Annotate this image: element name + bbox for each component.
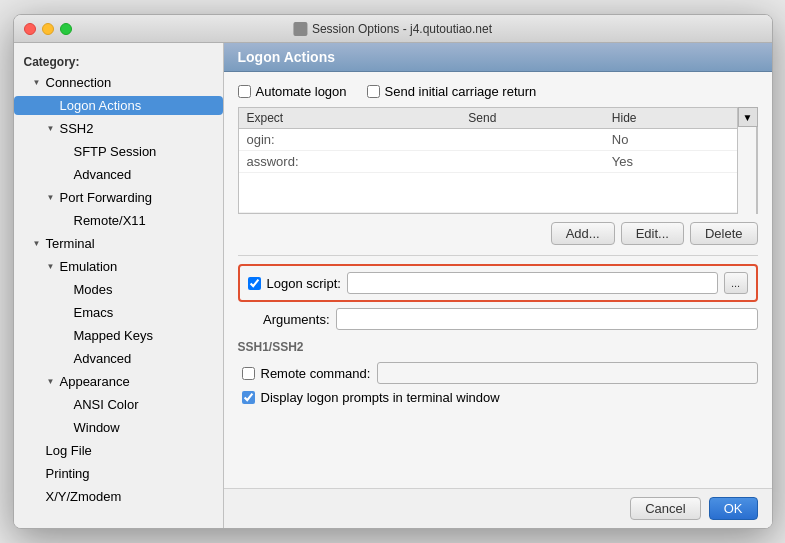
send-carriage-return-label[interactable]: Send initial carriage return [367, 84, 537, 99]
logon-script-label: Logon script: [267, 276, 341, 291]
remote-command-label: Remote command: [261, 366, 371, 381]
arguments-label: Arguments: [258, 312, 330, 327]
toggle-ssh2 [44, 122, 58, 136]
col-expect: Expect [239, 108, 461, 129]
cell-hide-1: No [604, 129, 737, 151]
window-title: Session Options - j4.qutoutiao.net [293, 22, 492, 36]
app-icon [293, 22, 307, 36]
main-panel: Logon Actions Automate logon Send initia… [224, 43, 772, 528]
main-window: Session Options - j4.qutoutiao.net Categ… [13, 14, 773, 529]
remote-command-input[interactable] [377, 362, 758, 384]
logon-script-row: Logon script: ... [238, 264, 758, 302]
table-row-empty [239, 173, 737, 213]
logon-table: Expect Send Hide ogin: No [239, 108, 737, 213]
logon-table-wrapper: Expect Send Hide ogin: No [238, 107, 738, 214]
panel-body: Automate logon Send initial carriage ret… [224, 72, 772, 488]
table-buttons: Add... Edit... Delete [238, 222, 758, 245]
content-area: Category: Connection Logon Actions SSH2 [14, 43, 772, 528]
divider-1 [238, 255, 758, 256]
ssh-section-header: SSH1/SSH2 [238, 340, 758, 354]
sidebar-item-logon-actions[interactable]: Logon Actions [14, 94, 223, 117]
toggle-terminal [30, 237, 44, 251]
footer: Cancel OK [224, 488, 772, 528]
minimize-button[interactable] [42, 23, 54, 35]
sidebar-item-emacs[interactable]: Emacs [14, 301, 223, 324]
cell-expect-2: assword: [239, 151, 461, 173]
ssh-section: SSH1/SSH2 Remote command: Display logon … [238, 340, 758, 405]
sidebar-item-xyzmodem[interactable]: X/Y/Zmodem [14, 485, 223, 508]
browse-button[interactable]: ... [724, 272, 748, 294]
close-button[interactable] [24, 23, 36, 35]
automate-logon-label[interactable]: Automate logon [238, 84, 347, 99]
col-send: Send [460, 108, 604, 129]
sidebar-item-modes[interactable]: Modes [14, 278, 223, 301]
ok-button[interactable]: OK [709, 497, 758, 520]
title-bar: Session Options - j4.qutoutiao.net [14, 15, 772, 43]
arguments-row: Arguments: [238, 308, 758, 330]
category-label: Category: [14, 51, 223, 71]
logon-table-container: Expect Send Hide ogin: No [238, 107, 758, 214]
cell-send-2 [460, 151, 604, 173]
sidebar-item-connection[interactable]: Connection [14, 71, 223, 94]
display-logon-prompts-checkbox[interactable] [242, 391, 255, 404]
sidebar-item-printing[interactable]: Printing [14, 462, 223, 485]
arguments-input[interactable] [336, 308, 758, 330]
sidebar-item-window[interactable]: Window [14, 416, 223, 439]
logon-script-input[interactable] [347, 272, 718, 294]
sidebar-item-mapped-keys[interactable]: Mapped Keys [14, 324, 223, 347]
edit-button[interactable]: Edit... [621, 222, 684, 245]
sidebar-item-advanced-ssh2[interactable]: Advanced [14, 163, 223, 186]
sidebar-item-remote-x11[interactable]: Remote/X11 [14, 209, 223, 232]
toggle-port-forwarding [44, 191, 58, 205]
autologon-row: Automate logon Send initial carriage ret… [238, 84, 758, 99]
toggle-emulation [44, 260, 58, 274]
maximize-button[interactable] [60, 23, 72, 35]
cell-hide-2: Yes [604, 151, 737, 173]
remote-command-row: Remote command: [238, 362, 758, 384]
sidebar-item-sftp-session[interactable]: SFTP Session [14, 140, 223, 163]
automate-logon-checkbox[interactable] [238, 85, 251, 98]
display-logon-prompts-row: Display logon prompts in terminal window [238, 390, 758, 405]
logon-script-checkbox[interactable] [248, 277, 261, 290]
toggle-appearance [44, 375, 58, 389]
scroll-down-button[interactable]: ▼ [738, 107, 758, 127]
sidebar-item-log-file[interactable]: Log File [14, 439, 223, 462]
sidebar-item-ssh2[interactable]: SSH2 [14, 117, 223, 140]
sidebar-item-emulation[interactable]: Emulation [14, 255, 223, 278]
sidebar-item-ansi-color[interactable]: ANSI Color [14, 393, 223, 416]
traffic-lights [24, 23, 72, 35]
display-logon-prompts-label: Display logon prompts in terminal window [261, 390, 500, 405]
toggle-connection [30, 76, 44, 90]
remote-command-checkbox[interactable] [242, 367, 255, 380]
send-carriage-return-checkbox[interactable] [367, 85, 380, 98]
panel-header: Logon Actions [224, 43, 772, 72]
delete-button[interactable]: Delete [690, 222, 758, 245]
table-row: ogin: No [239, 129, 737, 151]
sidebar: Category: Connection Logon Actions SSH2 [14, 43, 224, 528]
add-button[interactable]: Add... [551, 222, 615, 245]
table-row: assword: Yes [239, 151, 737, 173]
sidebar-item-appearance[interactable]: Appearance [14, 370, 223, 393]
cancel-button[interactable]: Cancel [630, 497, 700, 520]
col-hide: Hide [604, 108, 737, 129]
sidebar-item-advanced-terminal[interactable]: Advanced [14, 347, 223, 370]
sidebar-item-port-forwarding[interactable]: Port Forwarding [14, 186, 223, 209]
cell-expect-1: ogin: [239, 129, 461, 151]
cell-send-1 [460, 129, 604, 151]
sidebar-item-terminal[interactable]: Terminal [14, 232, 223, 255]
